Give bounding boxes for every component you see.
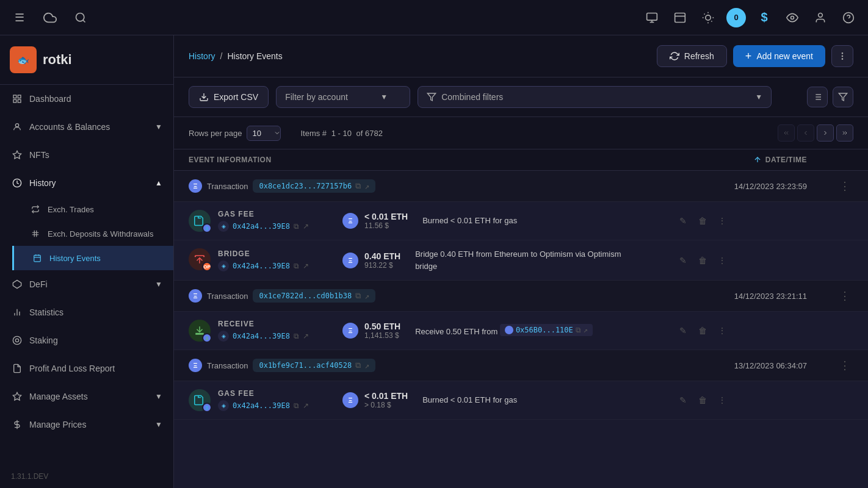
- svg-line-10: [704, 13, 705, 14]
- addr-copy-icon[interactable]: ⧉: [294, 222, 299, 231]
- copy-hash-icon[interactable]: ⧉: [355, 291, 361, 301]
- sidebar-item-exch-deposits[interactable]: Exch. Deposits & Withdrawals: [12, 221, 173, 246]
- browser-icon[interactable]: [670, 8, 690, 27]
- sidebar-item-exch-trades[interactable]: Exch. Trades: [12, 197, 173, 221]
- export-csv-button[interactable]: Export CSV: [189, 86, 269, 108]
- sidebar-item-staking[interactable]: Staking: [0, 326, 173, 354]
- sidebar-item-profit-loss[interactable]: Profit And Loss Report: [0, 354, 173, 382]
- svg-line-1: [83, 20, 85, 22]
- sidebar-item-dashboard[interactable]: Dashboard: [0, 85, 173, 113]
- help-icon[interactable]: [839, 8, 858, 27]
- sidebar-history-subnav: Exch. Trades Exch. Deposits & Withdrawal…: [0, 197, 173, 270]
- event-details: GAS FEE ◈ 0x42a4...39E8 ⧉ ↗: [218, 210, 645, 232]
- open-hash-icon[interactable]: ↗: [364, 292, 369, 301]
- edit-button[interactable]: ✎: [675, 212, 692, 229]
- filter-toggle-button[interactable]: [833, 87, 853, 107]
- addr-copy-icon[interactable]: ⧉: [294, 401, 299, 410]
- col-datetime[interactable]: Date/Time: [660, 149, 822, 171]
- event-info-cell: Ξ GAS FEE ◈ 0x42a4...39E8: [174, 202, 660, 240]
- sidebar-item-history-events[interactable]: History Events: [12, 246, 173, 270]
- monitor-icon[interactable]: [642, 8, 662, 27]
- sidebar-item-nfts[interactable]: NFTs: [0, 141, 173, 169]
- cloud-icon[interactable]: [40, 8, 60, 27]
- svg-rect-18: [13, 95, 16, 98]
- prev-page-button[interactable]: [797, 124, 814, 142]
- copy-hash-icon[interactable]: ⧉: [355, 361, 361, 370]
- menu-icon[interactable]: ☰: [10, 8, 29, 27]
- amount-info: 0.40 ETH 913.22 $: [364, 251, 400, 270]
- copy-hash-icon[interactable]: ⧉: [355, 181, 361, 191]
- sidebar-item-manage-assets[interactable]: Manage Assets ▼: [0, 382, 173, 411]
- addr-link-icon[interactable]: ↗: [303, 401, 309, 410]
- tx-more-button[interactable]: ⋮: [836, 357, 853, 374]
- event-info: Ξ GAS FEE ◈ 0x42a4...39E8: [189, 389, 645, 411]
- tx-more-button[interactable]: ⋮: [836, 287, 853, 304]
- last-page-button[interactable]: [836, 124, 853, 142]
- first-page-button[interactable]: [778, 124, 795, 142]
- tx-more-button[interactable]: ⋮: [836, 178, 853, 195]
- addr-copy-icon[interactable]: ⧉: [294, 332, 299, 340]
- next-page-button[interactable]: [817, 124, 834, 142]
- filter-icon: [427, 92, 436, 102]
- svg-point-36: [842, 53, 842, 54]
- rows-per-page-select[interactable]: 10 25 50 100: [247, 126, 281, 141]
- eth-token-icon: Ξ: [342, 392, 358, 408]
- gas-fee-icon: Ξ: [189, 210, 211, 232]
- theme-icon[interactable]: [698, 8, 718, 27]
- eth-chain-icon: Ξ: [189, 289, 202, 303]
- tx-info-cell: Ξ Transaction 0x1bfe9c71...acf40528 ⧉ ↗: [174, 350, 660, 381]
- delete-button[interactable]: 🗑: [694, 252, 711, 269]
- toolbar-right-actions: [807, 87, 853, 107]
- delete-button[interactable]: 🗑: [694, 212, 711, 229]
- amount-value: < 0.01 ETH: [364, 391, 408, 401]
- notification-avatar[interactable]: 0: [726, 8, 746, 27]
- edit-button[interactable]: ✎: [675, 252, 692, 269]
- table-body: Ξ Transaction 0x8ce1dc23...727157b6 ⧉ ↗ …: [174, 171, 868, 420]
- svg-rect-21: [18, 99, 21, 102]
- more-button[interactable]: ⋮: [714, 322, 731, 339]
- filter-account-dropdown[interactable]: Filter by account ▼: [276, 86, 410, 108]
- gas-fee-icon-2: Ξ: [189, 389, 211, 411]
- amount-col: Ξ < 0.01 ETH 11.56 $: [342, 212, 408, 230]
- open-hash-icon[interactable]: ↗: [364, 182, 369, 191]
- more-button[interactable]: ⋮: [714, 392, 731, 409]
- addr-link-icon[interactable]: ↗: [303, 222, 309, 231]
- addr-link-icon[interactable]: ↗: [303, 332, 309, 340]
- sidebar-item-manage-prices[interactable]: Manage Prices ▼: [0, 411, 173, 439]
- columns-button[interactable]: [807, 87, 828, 107]
- user-icon[interactable]: [811, 8, 830, 27]
- dollar-icon[interactable]: $: [754, 8, 774, 27]
- eth-chain-icon: Ξ: [189, 179, 202, 193]
- breadcrumb-parent[interactable]: History: [189, 51, 215, 61]
- add-event-button[interactable]: + Add new event: [733, 45, 825, 67]
- addr-copy-icon[interactable]: ⧉: [294, 262, 299, 270]
- sidebar-item-defi[interactable]: DeFi ▼: [0, 270, 173, 298]
- delete-button[interactable]: 🗑: [694, 322, 711, 339]
- amount-info: < 0.01 ETH > 0.18 $: [364, 391, 408, 409]
- eth-token-icon: Ξ: [342, 323, 358, 339]
- search-icon[interactable]: [71, 8, 90, 27]
- from-addr-link-icon[interactable]: ↗: [584, 325, 588, 336]
- bridge-icon: OP: [189, 248, 211, 270]
- combined-filters-dropdown[interactable]: Combined filters ▼: [418, 86, 772, 108]
- edit-button[interactable]: ✎: [675, 392, 692, 409]
- transaction-label: Transaction: [207, 292, 248, 301]
- more-options-button[interactable]: [831, 45, 853, 67]
- more-button[interactable]: ⋮: [714, 212, 731, 229]
- open-hash-icon[interactable]: ↗: [364, 361, 369, 370]
- edit-button[interactable]: ✎: [675, 322, 692, 339]
- sidebar-item-history[interactable]: History ▲: [0, 169, 173, 197]
- delete-button[interactable]: 🗑: [694, 392, 711, 409]
- events-table-area: Event information Date/Time: [174, 149, 868, 488]
- combined-filters-label: Combined filters: [441, 92, 503, 102]
- tx-more-cell: ⋮: [822, 171, 868, 202]
- refresh-button[interactable]: Refresh: [657, 45, 727, 67]
- sidebar-item-statistics[interactable]: Statistics: [0, 298, 173, 326]
- sidebar-item-accounts[interactable]: Accounts & Balances ▼: [0, 113, 173, 141]
- addr-link-icon[interactable]: ↗: [303, 262, 309, 270]
- svg-rect-20: [13, 99, 16, 102]
- eye-icon[interactable]: [783, 8, 802, 27]
- from-addr-copy-icon[interactable]: ⧉: [576, 325, 581, 336]
- more-button[interactable]: ⋮: [714, 252, 731, 269]
- event-info: Ξ RECEIVE ◈ 0x42a4...39E8: [189, 320, 645, 342]
